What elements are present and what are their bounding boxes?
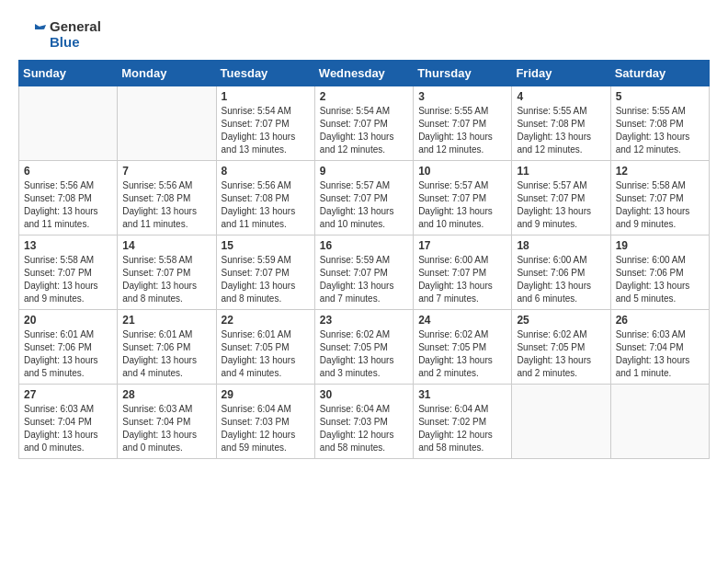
calendar-cell: 21Sunrise: 6:01 AMSunset: 7:06 PMDayligh… (118, 309, 216, 384)
calendar-week-row: 6Sunrise: 5:56 AMSunset: 7:08 PMDaylight… (19, 160, 710, 235)
day-info: Sunrise: 5:58 AMSunset: 7:07 PMDaylight:… (24, 254, 112, 305)
day-info: Sunrise: 5:57 AMSunset: 7:07 PMDaylight:… (320, 179, 408, 231)
calendar-week-row: 13Sunrise: 5:58 AMSunset: 7:07 PMDayligh… (19, 235, 710, 309)
calendar-cell: 4Sunrise: 5:55 AMSunset: 7:08 PMDaylight… (512, 86, 610, 160)
calendar-cell: 22Sunrise: 6:01 AMSunset: 7:05 PMDayligh… (216, 309, 314, 384)
day-info: Sunrise: 6:02 AMSunset: 7:05 PMDaylight:… (320, 328, 408, 380)
day-number: 22 (222, 314, 310, 327)
day-info: Sunrise: 6:01 AMSunset: 7:06 PMDaylight:… (122, 328, 210, 380)
calendar-cell: 25Sunrise: 6:02 AMSunset: 7:05 PMDayligh… (512, 309, 610, 384)
calendar-cell: 27Sunrise: 6:03 AMSunset: 7:04 PMDayligh… (19, 384, 118, 458)
logo-blue: Blue (50, 34, 101, 50)
calendar-cell: 24Sunrise: 6:02 AMSunset: 7:05 PMDayligh… (414, 309, 512, 384)
day-info: Sunrise: 5:57 AMSunset: 7:07 PMDaylight:… (418, 179, 506, 231)
calendar-cell: 12Sunrise: 5:58 AMSunset: 7:07 PMDayligh… (610, 160, 709, 235)
day-number: 28 (122, 388, 210, 401)
day-info: Sunrise: 6:04 AMSunset: 7:02 PMDaylight:… (418, 403, 506, 454)
day-number: 26 (616, 314, 704, 327)
day-info: Sunrise: 5:55 AMSunset: 7:08 PMDaylight:… (616, 105, 704, 156)
calendar-week-row: 27Sunrise: 6:03 AMSunset: 7:04 PMDayligh… (19, 384, 710, 458)
day-number: 15 (222, 239, 310, 252)
calendar-cell: 1Sunrise: 5:54 AMSunset: 7:07 PMDaylight… (216, 86, 314, 160)
day-info: Sunrise: 5:55 AMSunset: 7:07 PMDaylight:… (418, 105, 506, 156)
calendar-cell (512, 384, 610, 458)
calendar-table: SundayMondayTuesdayWednesdayThursdayFrid… (18, 60, 710, 459)
day-number: 21 (122, 314, 210, 327)
logo-bird-icon (18, 20, 46, 48)
day-info: Sunrise: 5:54 AMSunset: 7:07 PMDaylight:… (320, 105, 408, 156)
calendar-cell: 26Sunrise: 6:03 AMSunset: 7:04 PMDayligh… (610, 309, 709, 384)
day-info: Sunrise: 5:56 AMSunset: 7:08 PMDaylight:… (222, 179, 310, 231)
day-info: Sunrise: 6:02 AMSunset: 7:05 PMDaylight:… (418, 328, 506, 380)
calendar-cell: 23Sunrise: 6:02 AMSunset: 7:05 PMDayligh… (314, 309, 413, 384)
day-number: 11 (517, 165, 605, 178)
day-number: 25 (517, 314, 605, 327)
calendar-cell: 20Sunrise: 6:01 AMSunset: 7:06 PMDayligh… (19, 309, 118, 384)
calendar-cell: 13Sunrise: 5:58 AMSunset: 7:07 PMDayligh… (19, 235, 118, 309)
day-info: Sunrise: 6:03 AMSunset: 7:04 PMDaylight:… (122, 403, 210, 454)
day-info: Sunrise: 5:57 AMSunset: 7:07 PMDaylight:… (517, 179, 605, 231)
day-info: Sunrise: 5:54 AMSunset: 7:07 PMDaylight:… (222, 105, 310, 156)
calendar-cell: 31Sunrise: 6:04 AMSunset: 7:02 PMDayligh… (414, 384, 512, 458)
calendar-cell: 19Sunrise: 6:00 AMSunset: 7:06 PMDayligh… (610, 235, 709, 309)
logo: General Blue (18, 18, 101, 51)
calendar-week-row: 20Sunrise: 6:01 AMSunset: 7:06 PMDayligh… (19, 309, 710, 384)
day-info: Sunrise: 6:00 AMSunset: 7:06 PMDaylight:… (517, 254, 605, 305)
day-number: 31 (418, 388, 506, 401)
calendar-cell: 16Sunrise: 5:59 AMSunset: 7:07 PMDayligh… (314, 235, 413, 309)
page-header: General Blue (18, 18, 710, 51)
day-number: 5 (616, 90, 704, 103)
weekday-header-sunday: Sunday (19, 60, 118, 86)
calendar-cell: 18Sunrise: 6:00 AMSunset: 7:06 PMDayligh… (512, 235, 610, 309)
day-info: Sunrise: 5:58 AMSunset: 7:07 PMDaylight:… (616, 179, 704, 231)
day-number: 6 (24, 165, 112, 178)
calendar-cell: 5Sunrise: 5:55 AMSunset: 7:08 PMDaylight… (610, 86, 709, 160)
day-number: 18 (517, 239, 605, 252)
day-info: Sunrise: 6:01 AMSunset: 7:05 PMDaylight:… (222, 328, 310, 380)
calendar-cell: 2Sunrise: 5:54 AMSunset: 7:07 PMDaylight… (314, 86, 413, 160)
day-number: 3 (418, 90, 506, 103)
day-number: 10 (418, 165, 506, 178)
calendar-cell: 14Sunrise: 5:58 AMSunset: 7:07 PMDayligh… (118, 235, 216, 309)
day-number: 30 (320, 388, 408, 401)
day-number: 12 (616, 165, 704, 178)
day-info: Sunrise: 5:55 AMSunset: 7:08 PMDaylight:… (517, 105, 605, 156)
weekday-header-saturday: Saturday (610, 60, 709, 86)
day-number: 1 (222, 90, 310, 103)
day-info: Sunrise: 5:58 AMSunset: 7:07 PMDaylight:… (122, 254, 210, 305)
calendar-week-row: 1Sunrise: 5:54 AMSunset: 7:07 PMDaylight… (19, 86, 710, 160)
day-number: 16 (320, 239, 408, 252)
calendar-cell: 7Sunrise: 5:56 AMSunset: 7:08 PMDaylight… (118, 160, 216, 235)
day-info: Sunrise: 5:59 AMSunset: 7:07 PMDaylight:… (320, 254, 408, 305)
calendar-cell: 28Sunrise: 6:03 AMSunset: 7:04 PMDayligh… (118, 384, 216, 458)
calendar-cell: 29Sunrise: 6:04 AMSunset: 7:03 PMDayligh… (216, 384, 314, 458)
weekday-header-wednesday: Wednesday (314, 60, 413, 86)
calendar-cell: 30Sunrise: 6:04 AMSunset: 7:03 PMDayligh… (314, 384, 413, 458)
day-info: Sunrise: 5:59 AMSunset: 7:07 PMDaylight:… (222, 254, 310, 305)
day-number: 2 (320, 90, 408, 103)
day-number: 23 (320, 314, 408, 327)
day-info: Sunrise: 5:56 AMSunset: 7:08 PMDaylight:… (122, 179, 210, 231)
day-number: 8 (222, 165, 310, 178)
day-info: Sunrise: 6:00 AMSunset: 7:06 PMDaylight:… (616, 254, 704, 305)
day-number: 29 (222, 388, 310, 401)
calendar-cell: 9Sunrise: 5:57 AMSunset: 7:07 PMDaylight… (314, 160, 413, 235)
calendar-cell (610, 384, 709, 458)
day-number: 9 (320, 165, 408, 178)
weekday-header-tuesday: Tuesday (216, 60, 314, 86)
calendar-cell: 8Sunrise: 5:56 AMSunset: 7:08 PMDaylight… (216, 160, 314, 235)
day-number: 13 (24, 239, 112, 252)
day-number: 27 (24, 388, 112, 401)
weekday-header-thursday: Thursday (414, 60, 512, 86)
calendar-cell: 3Sunrise: 5:55 AMSunset: 7:07 PMDaylight… (414, 86, 512, 160)
day-number: 14 (122, 239, 210, 252)
day-number: 20 (24, 314, 112, 327)
day-info: Sunrise: 6:01 AMSunset: 7:06 PMDaylight:… (24, 328, 112, 380)
weekday-header-row: SundayMondayTuesdayWednesdayThursdayFrid… (19, 60, 710, 86)
calendar-cell: 15Sunrise: 5:59 AMSunset: 7:07 PMDayligh… (216, 235, 314, 309)
calendar-cell: 11Sunrise: 5:57 AMSunset: 7:07 PMDayligh… (512, 160, 610, 235)
day-number: 17 (418, 239, 506, 252)
day-info: Sunrise: 6:02 AMSunset: 7:05 PMDaylight:… (517, 328, 605, 380)
day-info: Sunrise: 6:04 AMSunset: 7:03 PMDaylight:… (222, 403, 310, 454)
calendar-cell (19, 86, 118, 160)
